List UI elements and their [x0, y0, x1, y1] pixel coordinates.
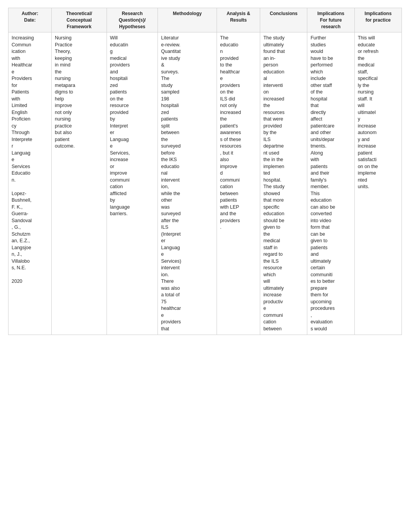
cell-implications-future: Further studies would have to be perform…: [307, 32, 354, 335]
header-research: Research Question(s)/ Hypotheses: [107, 8, 158, 32]
header-label-2: Results: [230, 17, 247, 23]
cell-research: Will educatin g medical providers and ho…: [107, 32, 158, 335]
cell-methodology: Literatur e-review. Quantitat ive study …: [158, 32, 217, 335]
table-row: Increasing Commun ication with Healthcar…: [8, 32, 402, 335]
header-label: Conclusions: [270, 11, 298, 16]
cell-analysis: The educatio n provided to the healthcar…: [217, 32, 260, 335]
header-label: Research: [122, 11, 142, 16]
header-label: Author:: [22, 11, 38, 16]
header-label-3: Hypotheses: [119, 24, 145, 29]
header-label-2: For future: [320, 17, 342, 23]
header-methodology: Methodology: [158, 8, 217, 32]
header-conclusions: Conclusions: [260, 8, 307, 32]
header-row: Author: Date: Theoretical/ Conceptual Fr…: [8, 8, 402, 32]
cell-author-date: Increasing Commun ication with Healthcar…: [8, 32, 52, 335]
header-label: Theoretical/: [66, 11, 92, 16]
header-label: Implications: [364, 11, 391, 16]
header-label-2: Conceptual: [66, 17, 91, 23]
header-label-2: Date:: [24, 17, 36, 23]
header-label-3: Framework: [67, 24, 91, 29]
cell-theoretical: Nursing Practice Theory, keeping in mind…: [52, 32, 107, 335]
header-label-2: for practice: [366, 17, 391, 23]
header-label-2: Question(s)/: [119, 17, 146, 23]
header-label: Methodology: [173, 11, 202, 16]
header-label: Analysis &: [227, 11, 250, 16]
cell-conclusions: The study ultimately found that an in- p…: [260, 32, 307, 335]
cell-implications-practice: This will educate or refresh the medical…: [354, 32, 402, 335]
header-theoretical: Theoretical/ Conceptual Framework: [52, 8, 107, 32]
header-author-date: Author: Date:: [8, 8, 52, 32]
research-table: Author: Date: Theoretical/ Conceptual Fr…: [8, 8, 402, 335]
main-table-container: Author: Date: Theoretical/ Conceptual Fr…: [8, 8, 402, 335]
header-analysis: Analysis & Results: [217, 8, 260, 32]
header-implications-future: Implications For future research: [307, 8, 354, 32]
header-label: Implications: [317, 11, 344, 16]
header-implications-practice: Implications for practice: [354, 8, 402, 32]
header-label-3: research: [321, 24, 341, 29]
